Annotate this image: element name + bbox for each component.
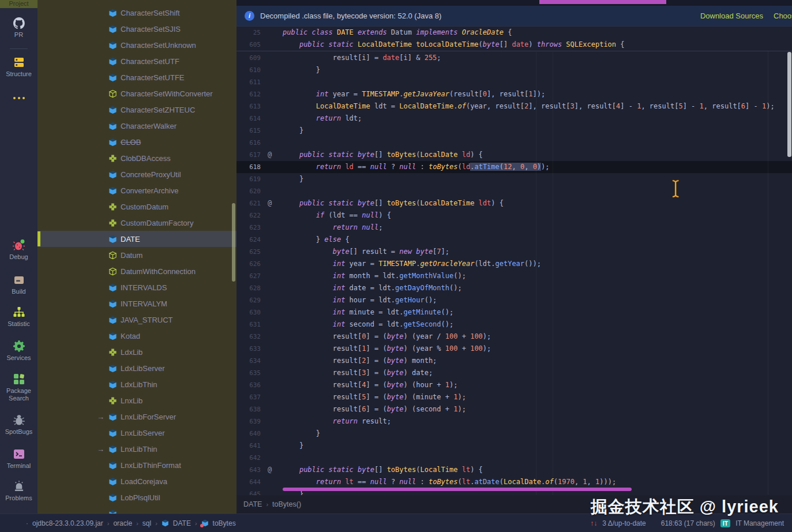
line-number[interactable]: 624 xyxy=(237,234,265,246)
tree-item-CharacterSetUnknown[interactable]: CharacterSetUnknown xyxy=(37,37,237,53)
code-line-626[interactable]: 626 int year = TIMESTAMP.getOracleYear(l… xyxy=(237,258,792,270)
code-line-624[interactable]: 624 } else { xyxy=(237,234,792,246)
code-line-622[interactable]: 622 if (ldt == null) { xyxy=(237,209,792,222)
tab-project[interactable]: Project xyxy=(0,0,37,8)
it-badge[interactable]: IT xyxy=(720,519,730,527)
code-line-620[interactable]: 620 xyxy=(237,185,792,197)
code-line-610[interactable]: 610 } xyxy=(237,64,792,76)
caret-position[interactable]: 618:63 (17 chars) xyxy=(661,519,715,527)
stripe-item-spotbugs[interactable]: SpotBugs xyxy=(0,413,37,436)
status-jar[interactable]: ojdbc8-23.3.0.23.09.jar xyxy=(32,519,103,527)
code-line-619[interactable]: 619 } xyxy=(237,173,792,185)
line-number[interactable]: 25 xyxy=(237,27,265,39)
tree-item-DATE[interactable]: DATE xyxy=(37,231,237,247)
tree-item-LdxLib[interactable]: LdxLib xyxy=(37,344,237,360)
code-line-618[interactable]: 618 return ld == null ? null : toBytes(l… xyxy=(237,161,792,173)
code-line-617[interactable]: 617@ public static byte[] toBytes(LocalD… xyxy=(237,149,792,161)
code-line-629[interactable]: 629 int hour = ldt.getHour(); xyxy=(237,294,792,306)
stripe-item-structure[interactable]: Structure xyxy=(0,55,37,78)
tree-item-JAVA_STRUCT[interactable]: JAVA_STRUCT xyxy=(37,312,237,328)
tree-item-LdxLibThin[interactable]: LdxLibThin xyxy=(37,376,237,392)
tree-item-LnxLibForServer[interactable]: →LnxLibForServer xyxy=(37,409,237,425)
line-number[interactable]: 613 xyxy=(237,100,265,113)
line-number[interactable]: 621 xyxy=(237,197,265,209)
tree-item-CustomDatumFactory[interactable]: CustomDatumFactory xyxy=(37,215,237,231)
line-number[interactable]: 631 xyxy=(237,319,265,331)
vertical-scrollbar[interactable] xyxy=(787,52,791,157)
tree-item-LobPlsqlUtil[interactable]: LobPlsqlUtil xyxy=(37,489,237,505)
line-number[interactable]: 644 xyxy=(237,476,265,488)
tree-item-CharacterSetWithConverter[interactable]: CharacterSetWithConverter xyxy=(37,85,237,102)
status-path-method[interactable]: toBytes xyxy=(213,519,236,527)
tree-item-INTERVALYM[interactable]: INTERVALYM xyxy=(37,295,237,312)
tree-item-CharacterSetUTF[interactable]: CharacterSetUTF xyxy=(37,53,237,69)
tree-item[interactable] xyxy=(37,505,237,514)
tree-scrollbar[interactable] xyxy=(232,203,235,282)
code-line-631[interactable]: 631 int second = ldt.getSecond(); xyxy=(237,319,792,331)
tree-item-LdxLibServer[interactable]: LdxLibServer xyxy=(37,360,237,376)
line-number[interactable]: 632 xyxy=(237,331,265,343)
code-line-641[interactable]: 641 } xyxy=(237,440,792,452)
stripe-item-more[interactable] xyxy=(0,91,37,105)
stripe-item-pr[interactable]: PR xyxy=(0,16,37,39)
code-line-616[interactable]: 616 xyxy=(237,137,792,149)
code-line-625[interactable]: 625 byte[] result = new byte[7]; xyxy=(237,246,792,258)
line-number[interactable]: 610 xyxy=(237,64,265,76)
code-line-612[interactable]: 612 int year = TIMESTAMP.getJavaYear(res… xyxy=(237,88,792,100)
line-number[interactable]: 641 xyxy=(237,440,265,452)
line-number[interactable]: 634 xyxy=(237,355,265,367)
code-line-640[interactable]: 640 } xyxy=(237,428,792,440)
tree-item-LnxLib[interactable]: LnxLib xyxy=(37,392,237,409)
code-line-643[interactable]: 643@ public static byte[] toBytes(LocalT… xyxy=(237,464,792,476)
code-line-613[interactable]: 613 LocalDateTime ldt = LocalDateTime.of… xyxy=(237,100,792,113)
code-line-635[interactable]: 635 result[3] = (byte) date; xyxy=(237,367,792,379)
code-line-644[interactable]: 644 return lt == null ? null : toBytes(l… xyxy=(237,476,792,488)
line-number[interactable]: 625 xyxy=(237,246,265,258)
choose-sources-link[interactable]: Choose Sources xyxy=(774,6,792,27)
status-path-sql[interactable]: sql xyxy=(142,519,151,527)
tree-item-LnxLibServer[interactable]: LnxLibServer xyxy=(37,425,237,441)
code-line-615[interactable]: 615 } xyxy=(237,125,792,137)
tree-item-CharacterSetUTFE[interactable]: CharacterSetUTFE xyxy=(37,69,237,85)
code-line-642[interactable]: 642 xyxy=(237,452,792,464)
download-sources-link[interactable]: Download Sources xyxy=(700,6,763,27)
line-number[interactable]: 617 xyxy=(237,149,265,161)
line-number[interactable]: 640 xyxy=(237,428,265,440)
line-number[interactable]: 630 xyxy=(237,306,265,319)
code-line-623[interactable]: 623 return null; xyxy=(237,222,792,234)
line-number[interactable]: 629 xyxy=(237,294,265,306)
line-number[interactable]: 611 xyxy=(237,76,265,88)
status-path-oracle[interactable]: oracle xyxy=(113,519,132,527)
code-line-630[interactable]: 630 int minute = ldt.getMinute(); xyxy=(237,306,792,319)
tree-item-DatumWithConnection[interactable]: DatumWithConnection xyxy=(37,263,237,279)
code-line-621[interactable]: 621@ public static byte[] toBytes(LocalD… xyxy=(237,197,792,209)
code-line-628[interactable]: 628 int date = ldt.getDayOfMonth(); xyxy=(237,282,792,294)
project-tree-panel[interactable]: CharacterSetShiftCharacterSetSJISCharact… xyxy=(37,0,237,514)
tree-item-INTERVALDS[interactable]: INTERVALDS xyxy=(37,279,237,295)
line-number[interactable]: 628 xyxy=(237,282,265,294)
tree-item-CharacterWalker[interactable]: CharacterWalker xyxy=(37,118,237,134)
stripe-item-problems[interactable]: Problems xyxy=(0,479,37,502)
stripe-item-build[interactable]: Build xyxy=(0,273,37,295)
code-line-605[interactable]: 605 public static LocalDateTime toLocalD… xyxy=(237,39,792,51)
stripe-item-debug[interactable]: Debug xyxy=(0,238,37,261)
tree-item-CharacterSetSJIS[interactable]: CharacterSetSJIS xyxy=(37,21,237,37)
code-line-609[interactable]: 609 result[i] = date[i] & 255; xyxy=(237,52,792,64)
status-path-class[interactable]: DATE xyxy=(173,519,191,527)
line-number[interactable]: 639 xyxy=(237,415,265,428)
code-line-632[interactable]: 632 result[0] = (byte) (year / 100 + 100… xyxy=(237,331,792,343)
code-line-627[interactable]: 627 int month = ldt.getMonthValue(); xyxy=(237,270,792,282)
line-number[interactable]: 605 xyxy=(237,39,265,51)
tree-item-Datum[interactable]: Datum xyxy=(37,247,237,263)
tree-item-CLOB[interactable]: CLOB xyxy=(37,134,237,150)
line-number[interactable]: 615 xyxy=(237,125,265,137)
code-line-634[interactable]: 634 result[2] = (byte) month; xyxy=(237,355,792,367)
line-number[interactable]: 638 xyxy=(237,403,265,415)
code-line-639[interactable]: 639 return result; xyxy=(237,415,792,428)
line-number[interactable]: 627 xyxy=(237,270,265,282)
horizontal-scrollbar[interactable] xyxy=(283,488,632,491)
line-number[interactable]: 618 xyxy=(237,161,265,173)
stripe-item-package-search[interactable]: Package Search xyxy=(0,372,37,402)
code-line-633[interactable]: 633 result[1] = (byte) (year % 100 + 100… xyxy=(237,343,792,355)
line-number[interactable]: 633 xyxy=(237,343,265,355)
